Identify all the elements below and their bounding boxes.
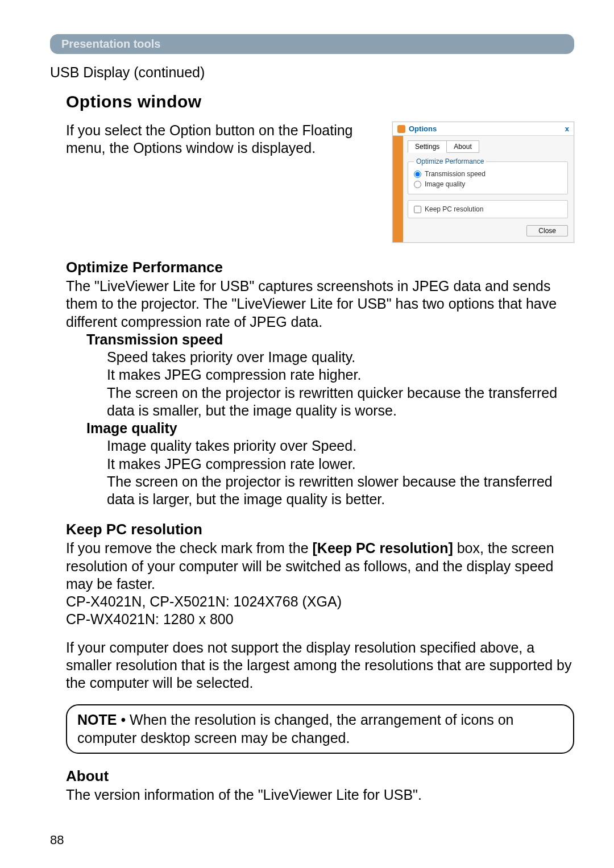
close-icon[interactable]: x (565, 124, 569, 133)
keep-pc-line2: CP-WX4021N: 1280 x 800 (66, 610, 574, 628)
optimize-performance-para: The "LiveViewer Lite for USB" captures s… (66, 277, 574, 331)
options-dialog: Options x Settings About Optimize Perfor… (392, 122, 574, 243)
breadcrumb-bar: Presentation tools (50, 34, 574, 54)
dialog-tabs: Settings About (408, 140, 568, 153)
speed-line-2: It makes JPEG compression rate higher. (66, 366, 574, 384)
continued-line: USB Display (continued) (50, 64, 574, 81)
about-text: The version information of the "LiveView… (66, 786, 574, 804)
keep-pc-heading: Keep PC resolution (66, 521, 574, 538)
checkbox-keep-pc-resolution[interactable]: Keep PC resolution (414, 204, 562, 214)
keep-pc-para1-bold: [Keep PC resolution] (313, 540, 453, 556)
app-icon (397, 125, 405, 133)
note-text: • When the resolution is changed, the ar… (77, 712, 514, 745)
quality-line-3: The screen on the projector is rewritten… (66, 473, 574, 509)
radio-transmission-speed-input[interactable] (414, 171, 421, 178)
dialog-title: Options (409, 124, 437, 133)
radio-transmission-speed-label: Transmission speed (425, 170, 486, 178)
note-content: NOTE • When the resolution is changed, t… (77, 711, 563, 747)
close-button[interactable]: Close (526, 225, 568, 236)
speed-line-3: The screen on the projector is rewritten… (66, 384, 574, 420)
fieldset-legend: Optimize Performance (414, 157, 486, 165)
keep-pc-para1-a: If you remove the check mark from the (66, 540, 313, 556)
transmission-speed-title: Transmission speed (66, 331, 574, 348)
checkbox-keep-pc-resolution-input[interactable] (414, 206, 421, 213)
intro-paragraph: If you select the Option button on the F… (66, 122, 376, 157)
tab-about[interactable]: About (446, 140, 479, 153)
dialog-accent-stripe (393, 136, 403, 242)
note-box: NOTE • When the resolution is changed, t… (66, 704, 574, 754)
keep-pc-line1: CP-X4021N, CP-X5021N: 1024X768 (XGA) (66, 593, 574, 610)
radio-image-quality-label: Image quality (425, 180, 465, 188)
quality-line-1: Image quality takes priority over Speed. (66, 437, 574, 455)
section-title: Options window (66, 92, 574, 111)
about-heading: About (66, 767, 574, 785)
radio-image-quality[interactable]: Image quality (414, 179, 562, 189)
checkbox-keep-pc-resolution-label: Keep PC resolution (425, 205, 483, 213)
dialog-titlebar: Options x (393, 122, 574, 136)
speed-line-1: Speed takes priority over Image quality. (66, 348, 574, 366)
optimize-performance-heading: Optimize Performance (66, 259, 574, 276)
tab-settings[interactable]: Settings (408, 140, 447, 153)
breadcrumb-text: Presentation tools (61, 38, 160, 50)
note-label: NOTE (77, 712, 117, 728)
radio-image-quality-input[interactable] (414, 181, 421, 188)
image-quality-title: Image quality (66, 420, 574, 437)
keep-pc-para1: If you remove the check mark from the [K… (66, 539, 574, 593)
optimize-fieldset: Optimize Performance Transmission speed … (408, 157, 568, 194)
radio-transmission-speed[interactable]: Transmission speed (414, 169, 562, 179)
page-number: 88 (50, 833, 64, 848)
keep-pc-para2: If your computer does not support the di… (66, 639, 574, 692)
quality-line-2: It makes JPEG compression rate lower. (66, 455, 574, 473)
